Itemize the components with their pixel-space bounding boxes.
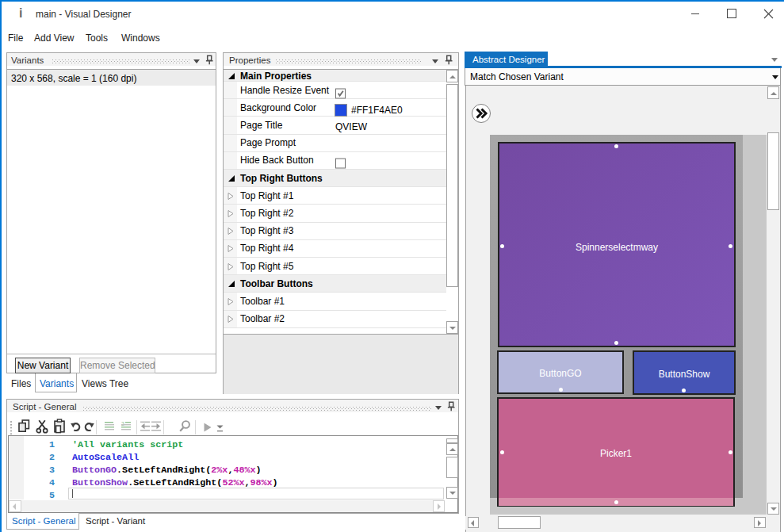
svg-text:2: 2 [121, 421, 124, 427]
